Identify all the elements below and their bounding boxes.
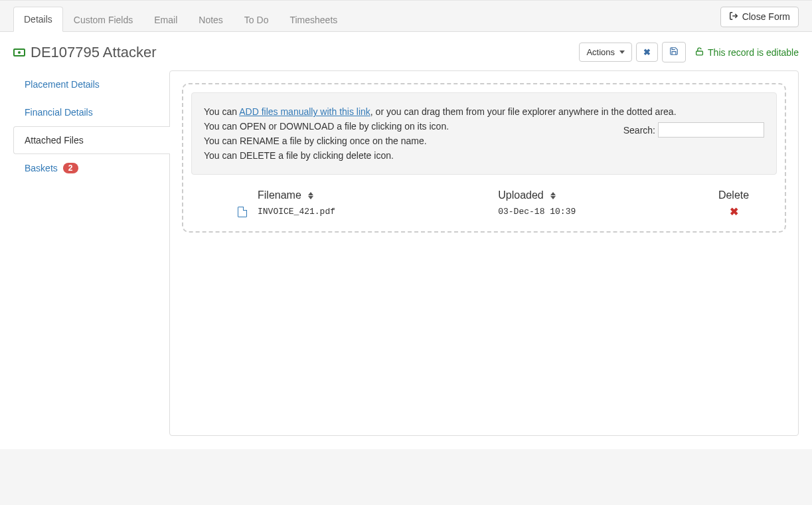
baskets-count-badge: 2 <box>63 163 78 173</box>
info-block: You can ADD files manually with this lin… <box>191 92 777 175</box>
close-form-button[interactable]: Close Form <box>720 7 799 27</box>
caret-down-icon <box>619 50 625 54</box>
file-table-header: Filename Uploaded Delete <box>191 187 777 204</box>
info-line-add: You can ADD files manually with this lin… <box>204 106 764 117</box>
editable-status: This record is editable <box>695 47 799 58</box>
search-row: Search: <box>623 122 764 138</box>
money-icon <box>13 49 25 56</box>
save-button[interactable] <box>662 42 686 62</box>
uploaded-header[interactable]: Uploaded <box>498 189 690 201</box>
attached-files-panel: You can ADD files manually with this lin… <box>169 70 799 436</box>
unlock-icon <box>695 47 704 58</box>
filename-header-text: Filename <box>258 189 301 201</box>
delete-file-button[interactable]: ✖ <box>730 206 738 217</box>
filename-header[interactable]: Filename <box>258 189 498 201</box>
delete-header: Delete <box>690 189 777 201</box>
info-line1-a: You can <box>204 106 239 117</box>
actions-label: Actions <box>586 47 615 57</box>
uploaded-header-text: Uploaded <box>498 189 544 201</box>
file-drop-zone[interactable]: You can ADD files manually with this lin… <box>182 83 786 233</box>
tab-todo[interactable]: To Do <box>234 7 280 32</box>
tab-email[interactable]: Email <box>143 7 188 32</box>
cancel-button[interactable]: ✖ <box>636 43 658 62</box>
sidebar: Placement Details Financial Details Atta… <box>13 70 169 436</box>
tab-custom-fields[interactable]: Custom Fields <box>63 7 143 32</box>
pdf-file-icon[interactable] <box>238 207 247 217</box>
search-input[interactable] <box>658 122 764 138</box>
sidebar-item-baskets[interactable]: Baskets 2 <box>13 154 169 182</box>
top-tabbar: Details Custom Fields Email Notes To Do … <box>0 6 812 32</box>
actions-dropdown[interactable]: Actions <box>579 43 632 62</box>
sign-out-icon <box>729 11 738 23</box>
sidebar-item-placement-details[interactable]: Placement Details <box>13 70 169 98</box>
close-x-icon: ✖ <box>643 47 651 57</box>
info-line-delete: You can DELETE a file by clicking delete… <box>204 150 764 161</box>
file-table: Filename Uploaded Delete <box>183 183 785 231</box>
record-title-text: DE107795 Attacker <box>31 44 157 61</box>
file-uploaded-cell: 03-Dec-18 10:39 <box>498 207 690 217</box>
tab-notes[interactable]: Notes <box>188 7 234 32</box>
editable-status-text: This record is editable <box>708 47 799 58</box>
save-disk-icon <box>669 47 679 58</box>
svg-rect-1 <box>696 50 703 54</box>
add-files-link[interactable]: ADD files manually with this link <box>239 106 370 117</box>
page-title: DE107795 Attacker <box>13 44 157 61</box>
tab-timesheets[interactable]: Timesheets <box>279 7 348 32</box>
sort-icon <box>308 192 313 199</box>
sidebar-item-baskets-label: Baskets <box>25 163 58 173</box>
sort-icon <box>550 192 556 199</box>
search-label: Search: <box>623 125 655 136</box>
sidebar-item-attached-files[interactable]: Attached Files <box>13 126 170 154</box>
file-name-cell[interactable]: INVOICE_421.pdf <box>258 207 498 217</box>
tab-details[interactable]: Details <box>13 7 63 32</box>
info-line1-b: , or you can drag them from your file ex… <box>370 106 677 117</box>
file-row: INVOICE_421.pdf 03-Dec-18 10:39 ✖ <box>191 204 777 219</box>
sidebar-item-financial-details[interactable]: Financial Details <box>13 98 169 126</box>
close-form-label: Close Form <box>742 11 790 22</box>
